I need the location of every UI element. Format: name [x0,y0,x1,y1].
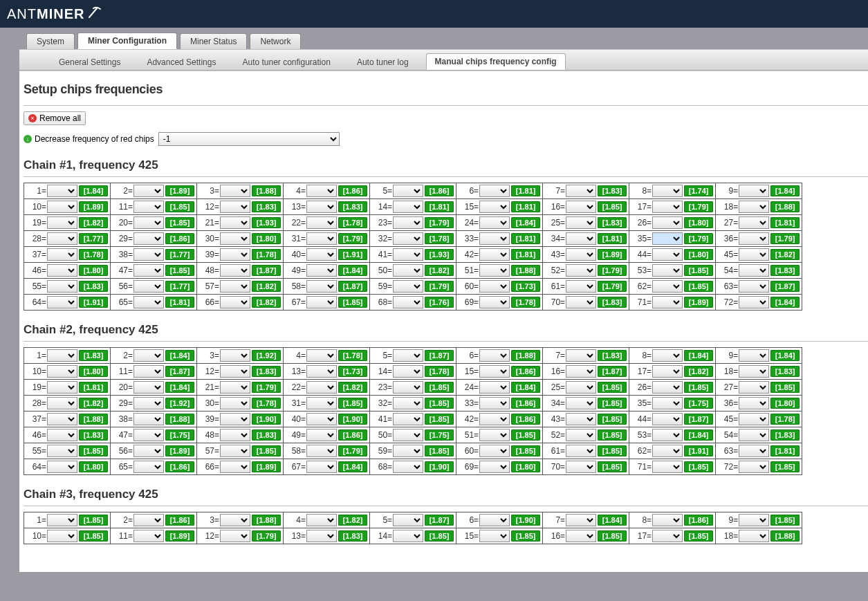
chip-frequency-select[interactable] [652,216,683,229]
chip-frequency-select[interactable] [652,248,683,261]
chip-frequency-select[interactable] [566,397,596,409]
chip-frequency-select[interactable] [393,413,423,425]
chip-frequency-select[interactable] [306,185,337,197]
chip-frequency-select[interactable] [393,349,423,362]
chip-frequency-select[interactable] [47,185,77,197]
chip-frequency-select[interactable] [739,461,769,473]
chip-frequency-select[interactable] [220,296,250,308]
chip-frequency-select[interactable] [739,280,769,293]
chip-frequency-select[interactable] [47,530,77,542]
chip-frequency-select[interactable] [220,445,250,457]
chip-frequency-select[interactable] [652,461,683,473]
sub-tab-general-settings[interactable]: General Settings [50,54,129,70]
chip-frequency-select[interactable] [393,232,423,245]
chip-frequency-select[interactable] [566,280,596,293]
chip-frequency-select[interactable] [739,381,769,394]
chip-frequency-select[interactable] [220,248,250,261]
chip-frequency-select[interactable] [306,365,337,378]
sub-tab-manual-chips-frequency-config[interactable]: Manual chips frequency config [426,53,566,70]
chip-frequency-select[interactable] [566,514,596,526]
chip-frequency-select[interactable] [652,296,683,308]
chip-frequency-select[interactable] [393,216,423,229]
chip-frequency-select[interactable] [479,264,510,277]
chip-frequency-select[interactable] [739,413,769,425]
chip-frequency-select[interactable] [133,185,164,197]
chip-frequency-select[interactable] [739,216,769,229]
sub-tab-advanced-settings[interactable]: Advanced Settings [138,54,225,70]
main-tab-network[interactable]: Network [250,33,301,49]
chip-frequency-select[interactable] [393,185,423,197]
chip-frequency-select[interactable] [47,280,77,293]
chip-frequency-select[interactable] [479,461,510,473]
chip-frequency-select[interactable] [739,201,769,213]
chip-frequency-select[interactable] [652,185,683,197]
chip-frequency-select[interactable] [479,413,510,425]
chip-frequency-select[interactable] [47,296,77,308]
chip-frequency-select[interactable] [566,185,596,197]
chip-frequency-select[interactable] [566,264,596,277]
chip-frequency-select[interactable] [566,349,596,362]
chip-frequency-select[interactable] [479,232,510,245]
chip-frequency-select[interactable] [47,365,77,378]
chip-frequency-select[interactable] [739,264,769,277]
chip-frequency-select[interactable] [479,201,510,213]
chip-frequency-select[interactable] [652,280,683,293]
chip-frequency-select[interactable] [652,413,683,425]
chip-frequency-select[interactable] [306,514,337,526]
chip-frequency-select[interactable] [306,445,337,457]
chip-frequency-select[interactable] [133,349,164,362]
chip-frequency-select[interactable] [47,514,77,526]
chip-frequency-select[interactable] [133,280,164,293]
chip-frequency-select[interactable] [479,397,510,409]
chip-frequency-select[interactable] [652,381,683,394]
chip-frequency-select[interactable] [306,349,337,362]
chip-frequency-select[interactable] [652,429,683,441]
chip-frequency-select[interactable] [393,280,423,293]
chip-frequency-select[interactable] [133,397,164,409]
chip-frequency-select[interactable] [220,530,250,542]
chip-frequency-select[interactable] [652,397,683,409]
chip-frequency-select[interactable] [739,397,769,409]
chip-frequency-select[interactable] [566,429,596,441]
chip-frequency-select[interactable] [220,413,250,425]
chip-frequency-select[interactable] [479,248,510,261]
chip-frequency-select[interactable] [220,280,250,293]
chip-frequency-select[interactable] [47,232,77,245]
chip-frequency-select[interactable] [47,397,77,409]
chip-frequency-select[interactable] [220,381,250,394]
chip-frequency-select[interactable] [739,232,769,245]
chip-frequency-select[interactable] [393,201,423,213]
chip-frequency-select[interactable] [47,216,77,229]
chip-frequency-select[interactable] [393,248,423,261]
chip-frequency-select[interactable] [566,445,596,457]
chip-frequency-select[interactable] [566,248,596,261]
chip-frequency-select[interactable] [133,514,164,526]
chip-frequency-select[interactable] [739,429,769,441]
chip-frequency-select[interactable] [739,365,769,378]
sub-tab-auto-tuner-configuration[interactable]: Auto tuner configuration [233,54,339,70]
chip-frequency-select[interactable] [220,461,250,473]
chip-frequency-select[interactable] [566,530,596,542]
chip-frequency-select[interactable] [47,429,77,441]
chip-frequency-select[interactable] [566,461,596,473]
chip-frequency-select[interactable] [652,264,683,277]
chip-frequency-select[interactable] [566,232,596,245]
chip-frequency-select[interactable] [393,381,423,394]
chip-frequency-select[interactable] [306,280,337,293]
chip-frequency-select[interactable] [652,365,683,378]
chip-frequency-select[interactable] [47,248,77,261]
chip-frequency-select[interactable] [306,429,337,441]
chip-frequency-select[interactable] [739,349,769,362]
chip-frequency-select[interactable] [566,365,596,378]
chip-frequency-select[interactable] [566,413,596,425]
chip-frequency-select[interactable] [393,365,423,378]
chip-frequency-select[interactable] [393,264,423,277]
chip-frequency-select[interactable] [133,381,164,394]
chip-frequency-select[interactable] [566,216,596,229]
chip-frequency-select[interactable] [47,201,77,213]
chip-frequency-select[interactable] [47,381,77,394]
chip-frequency-select[interactable] [306,201,337,213]
chip-frequency-select[interactable] [133,201,164,213]
chip-frequency-select[interactable] [220,397,250,409]
chip-frequency-select[interactable] [133,264,164,277]
